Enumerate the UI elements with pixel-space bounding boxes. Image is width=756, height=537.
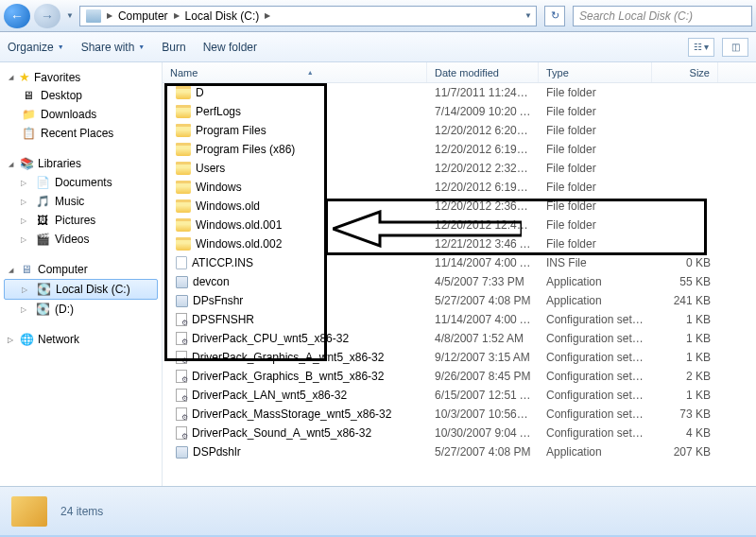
file-name: DriverPack_Graphics_B_wnt5_x86-32 — [192, 370, 384, 383]
table-row[interactable]: PerfLogs7/14/2009 10:20 AMFile folder — [163, 102, 756, 121]
new-folder-button[interactable]: New folder — [203, 41, 257, 54]
network-group[interactable]: 🌐Network — [2, 330, 160, 349]
sidebar-item-desktop[interactable]: 🖥Desktop — [2, 86, 160, 105]
table-row[interactable]: DriverPack_LAN_wnt5_x86-326/15/2007 12:5… — [163, 386, 756, 405]
burn-button[interactable]: Burn — [162, 41, 185, 54]
table-row[interactable]: devcon4/5/2007 7:33 PMApplication55 KB — [163, 272, 756, 291]
expand-icon[interactable]: ▷ — [21, 179, 30, 187]
column-size[interactable]: Size — [652, 62, 718, 82]
file-name: Windows.old — [196, 199, 260, 213]
breadcrumb-computer[interactable]: Computer — [114, 9, 172, 23]
chevron-right-icon[interactable]: ▶ — [172, 11, 181, 20]
table-row[interactable]: Windows.old.00212/21/2012 3:46 AMFile fo… — [163, 234, 756, 253]
music-icon: 🎵 — [35, 194, 50, 209]
table-row[interactable]: DriverPack_CPU_wnt5_x86-324/8/2007 1:52 … — [163, 329, 756, 348]
file-name: D — [196, 86, 204, 99]
file-icon — [176, 256, 187, 269]
file-size: 207 KB — [652, 445, 718, 459]
expand-icon[interactable]: ▷ — [21, 217, 30, 225]
path-dropdown[interactable]: ▼ — [523, 11, 534, 20]
refresh-button[interactable]: ↻ — [544, 6, 565, 26]
sidebar-item-downloads[interactable]: 📁Downloads — [2, 105, 160, 124]
folder-icon — [176, 124, 191, 137]
search-input[interactable]: Search Local Disk (C:) — [573, 6, 752, 26]
file-date: 6/15/2007 12:51 AM — [427, 389, 539, 402]
file-list: Name▲ Date modified Type Size D11/7/2011… — [163, 62, 756, 486]
libraries-group[interactable]: 📚Libraries — [2, 154, 160, 173]
breadcrumb-local-disk-c[interactable]: Local Disk (C:) — [181, 9, 264, 23]
sidebar-item-pictures[interactable]: ▷🖼Pictures — [2, 211, 160, 230]
expand-icon[interactable] — [6, 336, 15, 344]
file-size: 55 KB — [652, 275, 718, 288]
table-row[interactable]: DPsFnshr5/27/2007 4:08 PMApplication241 … — [163, 291, 756, 310]
table-row[interactable]: DriverPack_Graphics_A_wnt5_x86-329/12/20… — [163, 348, 756, 367]
sidebar-item-disk-d[interactable]: ▷💽(D:) — [2, 300, 160, 319]
ini-icon — [176, 407, 187, 421]
libraries-icon: 📚 — [19, 156, 34, 171]
table-row[interactable]: Program Files12/20/2012 6:20 PMFile fold… — [163, 121, 756, 140]
chevron-right-icon[interactable]: ▶ — [105, 11, 114, 20]
sidebar-item-recent-places[interactable]: 📋Recent Places — [2, 124, 160, 143]
file-name: DriverPack_CPU_wnt5_x86-32 — [192, 332, 349, 345]
table-row[interactable]: Users12/20/2012 2:32 PMFile folder — [163, 159, 756, 178]
sidebar-item-music[interactable]: ▷🎵Music — [2, 192, 160, 211]
folder-icon — [176, 86, 191, 99]
file-date: 10/3/2007 10:56 PM — [427, 407, 539, 421]
computer-icon — [86, 9, 101, 23]
file-name: Users — [196, 162, 225, 175]
breadcrumb[interactable]: ▶ Computer ▶ Local Disk (C:) ▶ ▼ — [79, 6, 537, 26]
expand-icon[interactable]: ▷ — [21, 305, 30, 314]
expand-icon[interactable] — [6, 266, 15, 274]
column-name[interactable]: Name▲ — [163, 62, 427, 82]
table-row[interactable]: DSPdshlr5/27/2007 4:08 PMApplication207 … — [163, 442, 756, 461]
favorites-group[interactable]: ★Favorites — [2, 68, 160, 86]
ini-icon — [176, 389, 187, 402]
expand-icon[interactable]: ▷ — [21, 235, 30, 244]
sidebar-item-videos[interactable]: ▷🎬Videos — [2, 230, 160, 249]
table-row[interactable]: Windows12/20/2012 6:19 PMFile folder — [163, 178, 756, 197]
forward-button[interactable]: → — [34, 4, 60, 28]
file-type: Configuration sett... — [539, 351, 652, 364]
share-with-menu[interactable]: Share with▼ — [81, 41, 146, 54]
expand-icon[interactable] — [6, 73, 15, 81]
table-row[interactable]: D11/7/2011 11:24 PMFile folder — [163, 83, 756, 102]
table-row[interactable]: ATICCP.INS11/14/2007 4:00 AMINS File0 KB — [163, 253, 756, 272]
table-row[interactable]: DPSFNSHR11/14/2007 4:00 AMConfiguration … — [163, 310, 756, 329]
file-type: Configuration sett... — [539, 332, 652, 345]
favorites-label: Favorites — [34, 71, 80, 84]
sidebar-item-documents[interactable]: ▷📄Documents — [2, 173, 160, 192]
network-icon: 🌐 — [19, 332, 34, 347]
ini-icon — [176, 332, 187, 345]
table-row[interactable]: DriverPack_MassStorage_wnt5_x86-3210/3/2… — [163, 405, 756, 424]
file-rows[interactable]: D11/7/2011 11:24 PMFile folderPerfLogs7/… — [163, 83, 756, 486]
computer-group[interactable]: 🖥Computer — [2, 260, 160, 279]
table-row[interactable]: DriverPack_Graphics_B_wnt5_x86-329/26/20… — [163, 367, 756, 386]
file-date: 12/20/2012 2:32 PM — [427, 162, 539, 175]
expand-icon[interactable] — [6, 160, 15, 168]
history-dropdown[interactable]: ▼ — [64, 11, 76, 20]
sidebar-item-local-disk-c[interactable]: ▷💽Local Disk (C:) — [4, 279, 158, 300]
organize-menu[interactable]: Organize▼ — [8, 41, 64, 54]
column-type[interactable]: Type — [539, 62, 652, 82]
file-type: Application — [539, 294, 652, 307]
desktop-icon: 🖥 — [21, 88, 36, 103]
table-row[interactable]: Windows.old.00112/20/2012 12:48 ...File … — [163, 216, 756, 234]
ini-icon — [176, 426, 187, 440]
expand-icon[interactable]: ▷ — [21, 198, 30, 206]
expand-icon[interactable]: ▷ — [22, 286, 31, 294]
file-date: 11/14/2007 4:00 AM — [427, 256, 539, 269]
column-date[interactable]: Date modified — [427, 62, 539, 82]
file-type: Configuration sett... — [539, 313, 652, 326]
table-row[interactable]: DriverPack_Sound_A_wnt5_x86-3210/30/2007… — [163, 424, 756, 442]
folder-large-icon — [11, 496, 47, 527]
item-count: 24 items — [60, 505, 103, 518]
view-options-button[interactable]: ☷ ▾ — [688, 38, 714, 57]
table-row[interactable]: Program Files (x86)12/20/2012 6:19 PMFil… — [163, 140, 756, 159]
file-size: 73 KB — [652, 407, 718, 421]
recent-icon: 📋 — [21, 126, 36, 141]
chevron-right-icon[interactable]: ▶ — [263, 11, 272, 20]
table-row[interactable]: Windows.old12/20/2012 2:36 PMFile folder — [163, 197, 756, 216]
preview-pane-button[interactable]: ◫ — [722, 38, 748, 57]
folder-icon — [176, 199, 191, 213]
back-button[interactable]: ← — [4, 4, 30, 28]
